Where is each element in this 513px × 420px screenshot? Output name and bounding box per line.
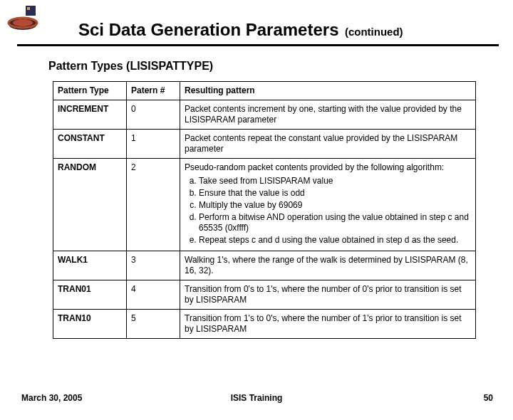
- cell-pattern-type: TRAN01: [53, 280, 127, 310]
- pattern-table-wrap: Pattern Type Patern # Resulting pattern …: [53, 81, 476, 339]
- slide-title: Sci Data Generation Parameters: [78, 20, 339, 39]
- svg-point-4: [13, 19, 33, 26]
- algo-step: Multiply the value by 69069: [199, 200, 471, 211]
- cell-pattern-type: RANDOM: [53, 159, 127, 251]
- table-row: TRAN10 5 Transition from 1's to 0's, whe…: [53, 310, 476, 339]
- cell-resulting: Packet contents repeat the constant valu…: [180, 130, 476, 159]
- cell-pattern-num: 5: [127, 310, 180, 339]
- mission-logo: [7, 6, 41, 31]
- table-row: TRAN01 4 Transition from 0's to 1's, whe…: [53, 280, 476, 310]
- footer-center: ISIS Training: [0, 393, 513, 403]
- algo-step: Perform a bitwise AND operation using th…: [199, 212, 471, 233]
- th-pattern-type: Pattern Type: [53, 82, 127, 100]
- algo-list: Take seed from LISISPARAM value Ensure t…: [185, 176, 471, 246]
- cell-pattern-num: 2: [127, 159, 180, 251]
- cell-resulting: Transition from 0's to 1's, where the nu…: [180, 280, 476, 310]
- cell-pattern-num: 1: [127, 130, 180, 159]
- algo-step: Ensure that the value is odd: [199, 188, 471, 199]
- table-header-row: Pattern Type Patern # Resulting pattern: [53, 82, 476, 100]
- cell-pattern-type: TRAN10: [53, 310, 127, 339]
- th-pattern-num: Patern #: [127, 82, 180, 100]
- cell-pattern-type: WALK1: [53, 251, 127, 280]
- cell-pattern-num: 4: [127, 280, 180, 310]
- algo-intro: Pseudo-random packet contents provided b…: [185, 162, 444, 172]
- table-row: CONSTANT 1 Packet contents repeat the co…: [53, 130, 476, 159]
- cell-pattern-num: 0: [127, 100, 180, 130]
- table-row: WALK1 3 Walking 1's, where the range of …: [53, 251, 476, 280]
- footer: March 30, 2005 ISIS Training 50: [0, 393, 513, 407]
- cell-pattern-num: 3: [127, 251, 180, 280]
- pattern-table: Pattern Type Patern # Resulting pattern …: [53, 81, 476, 339]
- algo-step: Take seed from LISISPARAM value: [199, 176, 471, 187]
- pattern-table-body: INCREMENT 0 Packet contents increment by…: [53, 100, 476, 339]
- table-row: RANDOM 2 Pseudo-random packet contents p…: [53, 159, 476, 251]
- cell-pattern-type: CONSTANT: [53, 130, 127, 159]
- footer-pagenum: 50: [484, 393, 493, 403]
- svg-rect-1: [27, 7, 30, 10]
- slide-title-area: Sci Data Generation Parameters (continue…: [78, 20, 492, 40]
- section-subtitle: Pattern Types (LISISPATTYPE): [48, 60, 213, 73]
- cell-resulting: Walking 1's, where the range of the walk…: [180, 251, 476, 280]
- slide-title-suffix: (continued): [345, 26, 403, 38]
- algo-step: Repeat steps c and d using the value obt…: [199, 235, 471, 246]
- cell-pattern-type: INCREMENT: [53, 100, 127, 130]
- title-divider: [17, 44, 499, 46]
- th-resulting: Resulting pattern: [180, 82, 476, 100]
- cell-resulting: Pseudo-random packet contents provided b…: [180, 159, 476, 251]
- table-row: INCREMENT 0 Packet contents increment by…: [53, 100, 476, 130]
- slide: Sci Data Generation Parameters (continue…: [0, 0, 513, 420]
- cell-resulting: Transition from 1's to 0's, where the nu…: [180, 310, 476, 339]
- cell-resulting: Packet contents increment by one, starti…: [180, 100, 476, 130]
